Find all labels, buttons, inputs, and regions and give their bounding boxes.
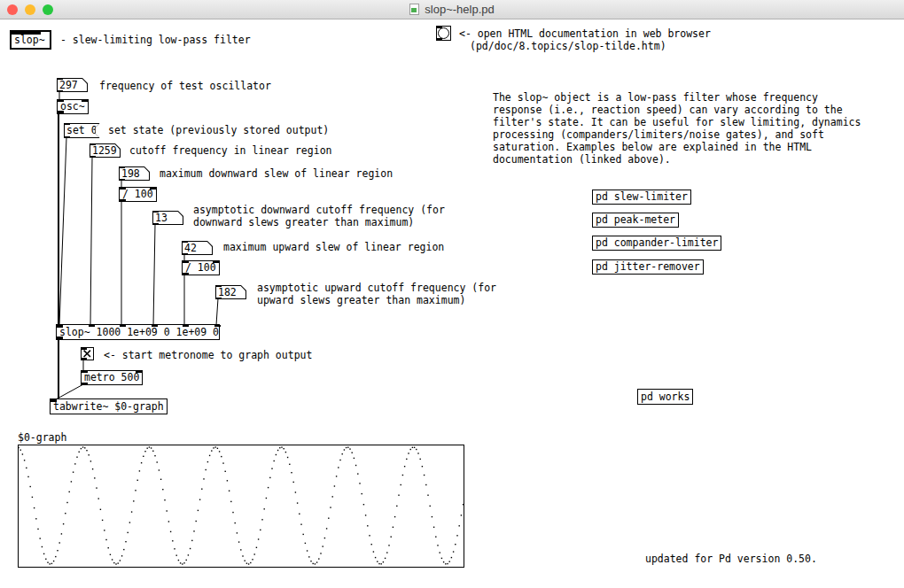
node-text: slop~	[12, 35, 48, 46]
node-text: set 0	[64, 125, 100, 136]
comment-line: updated for Pd version 0.50.	[645, 553, 817, 565]
inlet-nub	[213, 261, 219, 263]
inlet-nub	[437, 27, 442, 28]
node-text: pd compander-limiter	[593, 237, 721, 249]
inlet-nub	[136, 371, 142, 373]
node-text: tabwrite~ $0-graph	[51, 401, 167, 413]
comment-line: processing (companders/limiters/noise ga…	[493, 128, 861, 141]
comment-line: asymptotic upward cutoff frequency (for	[257, 282, 496, 294]
node-text: 198	[119, 168, 143, 180]
comment-line: response (i.e., reaction speed) can vary…	[493, 104, 861, 116]
comment-line: saturation. Examples below are explained…	[493, 141, 861, 153]
window-title: slop~-help.pd	[425, 3, 494, 16]
node-text: 182	[215, 287, 239, 298]
outlet-nub	[152, 223, 159, 225]
comment: asymptotic downward cutoff frequency (fo…	[193, 204, 445, 228]
node-metro: metro 500	[81, 370, 143, 385]
document-icon	[409, 4, 419, 15]
patch-cord	[153, 224, 155, 325]
outlet-nub	[119, 179, 125, 181]
outlet-nub	[182, 253, 188, 255]
comment: cutoff frequency in linear region	[129, 144, 331, 157]
inlet-nub	[57, 78, 63, 80]
comment: set state (previously stored output)	[108, 124, 329, 136]
comment-line: documentation (linked above).	[493, 153, 861, 166]
inlet-nub	[183, 261, 189, 263]
patch-cord	[216, 298, 218, 325]
node-freq[interactable]: 297	[57, 78, 88, 92]
inlet-nub	[82, 348, 87, 350]
close-button[interactable]	[7, 4, 18, 15]
window-title-group: slop~-help.pd	[409, 3, 494, 16]
comment-line: cutoff frequency in linear region	[129, 144, 331, 157]
node-pd-slew-limiter[interactable]: pd slew-limiter	[592, 190, 691, 205]
outlet-nub	[215, 298, 222, 299]
comment-line: upward slews greater than maximum)	[257, 294, 496, 306]
comment: <- open HTML documentation in web browse…	[459, 27, 711, 40]
minimize-button[interactable]	[25, 4, 35, 15]
node-up-asym[interactable]: 182	[215, 285, 246, 299]
node-pd-jitter-remover[interactable]: pd jitter-remover	[592, 259, 704, 275]
node-set-state[interactable]: set 0	[64, 123, 100, 138]
comment-line: filter's state. It can be useful for sle…	[493, 116, 861, 128]
inlet-nub	[182, 241, 188, 243]
comment-line: asymptotic downward cutoff frequency (fo…	[193, 204, 445, 216]
node-div-up: / 100	[182, 260, 220, 275]
outlet-nub	[90, 156, 96, 158]
node-down-slew[interactable]: 198	[119, 166, 150, 181]
node-text: pd jitter-remover	[593, 261, 703, 273]
node-slop: slop~ 1000 1e+09 0 1e+09 0	[56, 324, 220, 340]
node-text: 42	[182, 243, 199, 254]
outlet-nub	[82, 383, 88, 384]
node-tabwrite: tabwrite~ $0-graph	[50, 398, 168, 414]
window-controls	[7, 0, 53, 19]
comment: frequency of test oscillator	[99, 80, 271, 92]
comment-line: downward slews greater than maximum)	[193, 216, 445, 228]
inlet-nub	[152, 325, 158, 327]
pd-window: slop~-help.pd slop~297osc~set 01259198/ …	[0, 0, 904, 588]
comment-line: maximum upward slew of linear region	[223, 241, 444, 253]
inlet-nub	[119, 166, 125, 168]
titlebar: slop~-help.pd	[0, 0, 904, 19]
outlet-nub	[57, 337, 63, 339]
outlet-nub	[58, 111, 64, 113]
inlet-nub	[90, 143, 96, 145]
outlet-nub	[437, 38, 442, 40]
node-text: pd slew-limiter	[593, 191, 690, 203]
comment: The slop~ object is a low-pass filter wh…	[493, 91, 861, 166]
outlet-nub	[183, 273, 189, 275]
comment: maximum upward slew of linear region	[223, 241, 444, 253]
comment-line: frequency of test oscillator	[99, 80, 271, 92]
comment-line: The slop~ object is a low-pass filter wh…	[493, 91, 861, 104]
inlet-nub	[82, 371, 88, 373]
inlet-nub	[89, 325, 95, 327]
zoom-button[interactable]	[43, 4, 53, 15]
inlet-nub	[64, 123, 70, 125]
node-pd-compander-limiter[interactable]: pd compander-limiter	[592, 236, 721, 251]
patch-cord	[59, 137, 66, 325]
inlet-nub	[150, 188, 156, 190]
node-div-down: / 100	[119, 187, 157, 202]
node-doc-bang[interactable]	[436, 26, 451, 41]
node-slop-title: slop~	[10, 30, 51, 50]
inlet-nub	[120, 188, 126, 190]
inlet-nub	[82, 100, 88, 102]
inlet-nub	[58, 100, 64, 102]
node-text: 13	[152, 213, 170, 224]
node-pd-peak-meter[interactable]: pd peak-meter	[592, 213, 679, 228]
node-pd-works[interactable]: pd works	[637, 389, 693, 405]
outlet-nub	[57, 90, 63, 92]
node-up-slew[interactable]: 42	[182, 241, 213, 255]
node-start-toggle[interactable]	[81, 347, 94, 360]
inlet-nub	[183, 325, 189, 327]
inlet-nub	[51, 399, 57, 402]
comment: asymptotic upward cutoff frequency (foru…	[257, 282, 496, 306]
outlet-nub	[120, 199, 126, 201]
inlet-nub	[120, 325, 126, 327]
node-text: pd peak-meter	[593, 214, 678, 226]
inlet-nub	[152, 211, 159, 213]
node-cutoff[interactable]: 1259	[90, 143, 121, 158]
patch-cord	[90, 157, 92, 325]
node-down-asym[interactable]: 13	[152, 211, 183, 225]
comment: (pd/doc/8.topics/slop-tilde.htm)	[470, 40, 666, 52]
